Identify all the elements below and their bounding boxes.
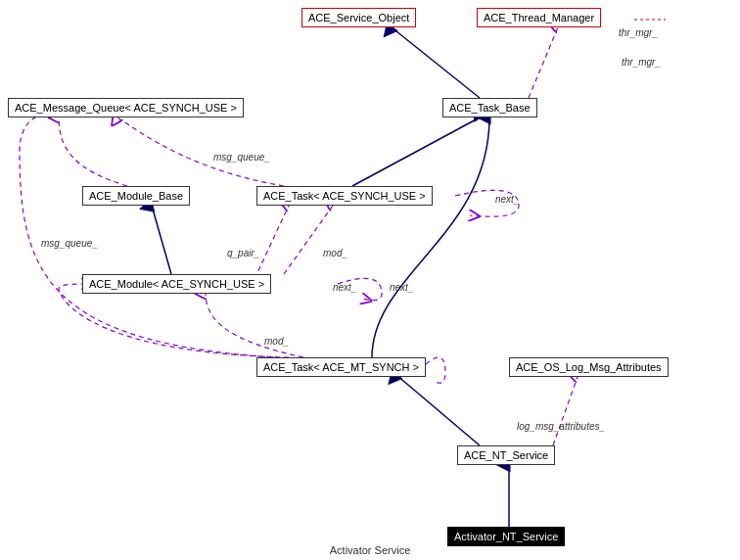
label-msg-queue2: msg_queue_ [41,238,98,249]
node-ace-service-object: ACE_Service_Object [301,8,416,27]
label-thr-mgr2: thr_mgr_ [622,57,661,68]
svg-line-12 [152,206,171,274]
node-ace-task-mt-synch: ACE_Task< ACE_MT_SYNCH > [256,357,426,377]
node-activator-nt-service: Activator_NT_Service [447,527,565,546]
svg-line-9 [529,27,558,98]
label-mod: mod_ [323,248,347,258]
node-ace-module-base: ACE_Module_Base [82,186,190,206]
node-ace-thread-manager: ACE_Thread_Manager [477,8,601,27]
svg-line-11 [352,117,480,186]
label-q-pair: q_pair_ [227,248,259,258]
label-mod2: mod_ [264,336,289,347]
svg-line-7 [553,377,578,445]
label-log-msg-attr: log_msg_attributes_ [517,421,605,432]
node-ace-module-synch-use: ACE_Module< ACE_SYNCH_USE > [82,274,271,294]
node-ace-nt-service: ACE_NT_Service [457,445,555,465]
node-ace-os-log-msg-attr: ACE_OS_Log_Msg_Attributes [509,357,669,377]
diagram-container: ACE_Service_Object ACE_Thread_Manager AC… [0,0,740,560]
svg-line-14 [284,206,333,274]
svg-line-6 [396,375,480,445]
node-ace-task-synch-use: ACE_Task< ACE_SYNCH_USE > [256,186,433,206]
label-thr-mgr: thr_mgr_ [619,27,658,38]
diagram-title: Activator Service [330,544,411,556]
label-next3: next_ [390,282,413,293]
node-ace-task-base: ACE_Task_Base [442,98,537,117]
svg-line-13 [254,206,289,279]
label-next2: next_ [333,282,356,293]
label-next1: next_ [495,194,519,205]
svg-line-8 [392,27,480,98]
label-msg-queue: msg_queue_ [213,152,270,163]
node-ace-message-queue: ACE_Message_Queue< ACE_SYNCH_USE > [8,98,244,117]
